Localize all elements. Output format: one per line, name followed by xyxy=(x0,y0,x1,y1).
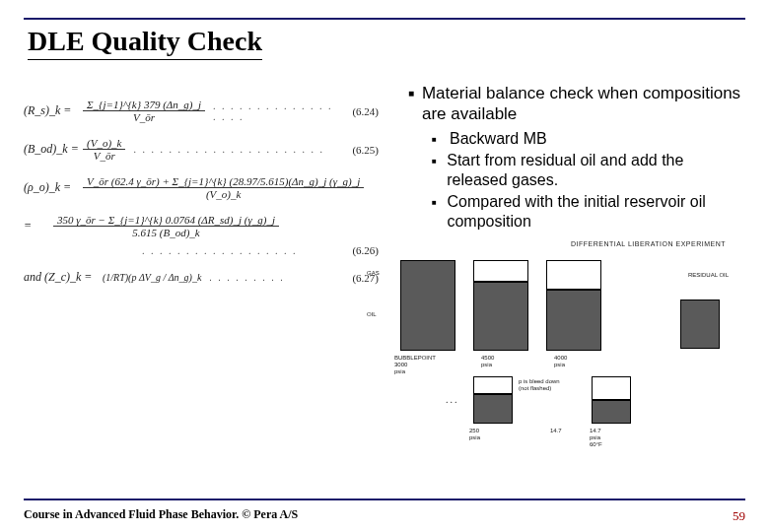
equation-row: (B_od)_k = (V_o)_k V_ōr . . . . . . . . … xyxy=(24,137,379,162)
label-text: 14.7 xyxy=(550,428,562,434)
eq-dots: . . . . . . . . . . . . . . . . . . . . … xyxy=(125,144,333,155)
bullet-square-icon: ■ xyxy=(408,83,422,125)
label-text: p is bleed down xyxy=(519,378,560,385)
bullet-text: Backward MB xyxy=(450,129,547,149)
page-number: 59 xyxy=(733,508,745,524)
label-text: 14.7 xyxy=(590,428,602,434)
bullet-level2: ■ Backward MB xyxy=(432,129,745,149)
bullet-text: Start from residual oil and add the rele… xyxy=(447,151,745,190)
diagram-stage xyxy=(592,376,631,424)
diagram-residual-label: RESIDUAL OIL xyxy=(688,272,747,279)
eq-denominator: (V_o)_k xyxy=(202,188,245,200)
diagram-stage-label: 250 psia xyxy=(469,428,480,441)
eq-ref: (6.26) xyxy=(333,244,379,256)
bullet-level2: ■ Compared with the initial reservoir oi… xyxy=(432,192,745,232)
eq-lhs: = xyxy=(24,219,53,233)
equation-row: (ρ_o)_k = V_ōr (62.4 γ_ōr) + Σ_{j=1}^{k}… xyxy=(24,175,379,200)
diagram-oil-box xyxy=(473,394,513,424)
diagram-stage-label: 14.7 psia 60°F xyxy=(590,428,602,448)
label-text: psia xyxy=(481,362,494,368)
diagram-oil-box xyxy=(473,282,528,351)
equation-row: (R_s)_k = Σ_{j=1}^{k} 379 (Δn_g)_j V_ōr … xyxy=(24,99,379,123)
slide-title: DLE Quality Check xyxy=(28,26,262,60)
eq-body: (1/RT)(p ΔV_g / Δn_g)_k xyxy=(103,272,201,283)
diagram-gas-box xyxy=(473,260,528,282)
bullet-square-icon: ■ xyxy=(432,151,447,190)
title-rule xyxy=(24,18,745,20)
diagram-stage-label: 4500 psia xyxy=(481,355,494,368)
eq-dots: . . . . . . . . . . . . . . . . . . xyxy=(24,245,333,256)
diagram-oil-box xyxy=(680,299,720,349)
bullet-text: Compared with the initial reservoir oil … xyxy=(447,192,745,232)
diagram-oil-box xyxy=(400,260,455,351)
diagram-oil-box xyxy=(546,290,601,351)
bullet-level2: ■ Start from residual oil and add the re… xyxy=(432,151,745,190)
diagram-stage xyxy=(680,299,720,349)
equation-row: = 350 γ_ōr − Σ_{j=1}^{k} 0.0764 (ΔR_sd)_… xyxy=(24,214,379,238)
diagram-stage-label: 14.7 xyxy=(550,428,562,434)
label-text: psia xyxy=(469,434,480,441)
bullet-text: Material balance check when compositions… xyxy=(422,83,745,125)
dle-diagram: DIFFERENTIAL LIBERATION EXPERIMENT GAS O… xyxy=(394,240,749,447)
diagram-side-label-oil: OIL xyxy=(367,311,377,318)
label-text: 60°F xyxy=(590,441,602,448)
diagram-ellipsis: ... xyxy=(446,394,459,405)
eq-lhs: (R_s)_k = xyxy=(24,103,83,118)
label-text: psia xyxy=(394,368,436,375)
eq-numerator: V_ōr (62.4 γ_ōr) + Σ_{j=1}^{k} (28.97/5.… xyxy=(83,175,364,188)
diagram-side-label-gas: GAS xyxy=(367,270,380,277)
diagram-gas-box xyxy=(473,376,513,394)
label-text: psia xyxy=(554,362,567,368)
diagram-stage-label: 4000 psia xyxy=(554,355,567,368)
eq-ref: (6.25) xyxy=(333,144,379,156)
label-text: 250 xyxy=(469,428,480,434)
diagram-stage-note: p is bleed down (not flashed) xyxy=(519,378,560,392)
bullet-level1: ■ Material balance check when compositio… xyxy=(408,83,745,125)
diagram-stage xyxy=(546,260,601,351)
label-text: (not flashed) xyxy=(519,385,560,392)
bullet-square-icon: ■ xyxy=(432,129,450,149)
equation-ref-row: . . . . . . . . . . . . . . . . . . (6.2… xyxy=(24,244,379,256)
eq-fraction: V_ōr (62.4 γ_ōr) + Σ_{j=1}^{k} (28.97/5.… xyxy=(83,175,364,200)
footer-rule xyxy=(24,499,745,500)
equations-column: (R_s)_k = Σ_{j=1}^{k} 379 (Δn_g)_j V_ōr … xyxy=(24,79,398,473)
eq-fraction: Σ_{j=1}^{k} 379 (Δn_g)_j V_ōr xyxy=(83,99,205,123)
eq-lhs: and (Z_c)_k = xyxy=(24,270,103,285)
eq-denominator: 5.615 (B_od)_k xyxy=(128,227,203,238)
diagram-stage-label: BUBBLEPOINT 3000 psia xyxy=(394,355,436,375)
label-text: 4000 xyxy=(554,355,567,362)
eq-ref: (6.24) xyxy=(333,105,379,117)
eq-dots: . . . . . . . . . . . . . . . . . . xyxy=(205,100,333,122)
eq-lhs: (B_od)_k = xyxy=(24,142,83,157)
label-text: BUBBLEPOINT xyxy=(394,355,436,362)
diagram-oil-box xyxy=(592,400,631,424)
eq-fraction: 350 γ_ōr − Σ_{j=1}^{k} 0.0764 (ΔR_sd)_j … xyxy=(53,214,279,238)
label-text: psia xyxy=(590,434,602,441)
diagram-stage xyxy=(473,376,513,424)
diagram-stage xyxy=(473,260,528,351)
label-text: 4500 xyxy=(481,355,494,362)
eq-fraction: (V_o)_k V_ōr xyxy=(83,137,125,162)
eq-lhs: (ρ_o)_k = xyxy=(24,180,83,195)
eq-denominator: V_ōr xyxy=(129,111,159,123)
diagram-gas-box xyxy=(592,376,631,400)
eq-numerator: Σ_{j=1}^{k} 379 (Δn_g)_j xyxy=(83,99,205,111)
diagram-title: DIFFERENTIAL LIBERATION EXPERIMENT xyxy=(571,240,726,247)
eq-dots: . . . . . . . . . xyxy=(201,272,333,283)
diagram-stage xyxy=(400,260,455,351)
eq-denominator: V_ōr xyxy=(90,150,119,162)
eq-numerator: 350 γ_ōr − Σ_{j=1}^{k} 0.0764 (ΔR_sd)_j … xyxy=(53,214,279,227)
footer-text: Course in Advanced Fluid Phase Behavior.… xyxy=(24,507,298,522)
equation-row: and (Z_c)_k = (1/RT)(p ΔV_g / Δn_g)_k . … xyxy=(24,270,379,285)
label-text: 3000 xyxy=(394,362,407,367)
eq-numerator: (V_o)_k xyxy=(83,137,125,150)
bullet-square-icon: ■ xyxy=(432,192,447,232)
diagram-gas-box xyxy=(546,260,601,290)
